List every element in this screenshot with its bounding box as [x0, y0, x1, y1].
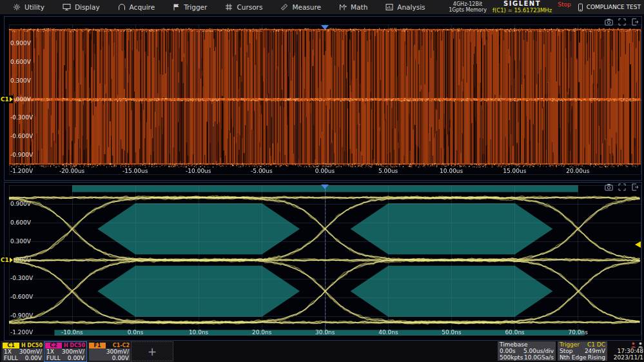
timebase-box[interactable]: Timebase 0.00s 5.00us/div 500kpts 10.0GS… [498, 341, 556, 361]
brand-block: SIGLENT f(C1) = 15.61723MHz [493, 1, 552, 14]
fullscreen-icon[interactable] [618, 18, 626, 26]
menu-item-label: Trigger [184, 3, 207, 11]
menu-bar: UtilityDisplayAcquireTriggerCursorsMeasu… [0, 0, 644, 14]
user-icon-gray [638, 342, 643, 348]
compliance-test-label: COMPLIANCE TEST [587, 4, 641, 10]
channel-box-f1[interactable]: F1 C1-C2 300mV/ 0.00V [88, 341, 132, 362]
menu-items: UtilityDisplayAcquireTriggerCursorsMeasu… [0, 0, 434, 14]
trigger-position-marker[interactable] [321, 25, 329, 30]
export-icon[interactable] [631, 18, 639, 26]
trigger-title: Trigger [560, 341, 580, 348]
coupling-label: H DC50 [64, 343, 85, 348]
eye-diagram-canvas[interactable] [0, 182, 644, 341]
menu-item-display[interactable]: Display [54, 0, 109, 14]
menu-item-math[interactable]: Math [330, 0, 376, 14]
menu-item-analysis[interactable]: Analysis [376, 0, 434, 14]
hardware-info: 4GHz-12Bit 1Gpts Memory [449, 1, 487, 13]
clock-box[interactable]: 17:30:48 2023/11/1 [609, 341, 643, 361]
offset-label: 0.00V [68, 355, 84, 361]
menu-item-measure[interactable]: Measure [271, 0, 330, 14]
memory-label: 1Gpts Memory [449, 7, 487, 13]
sample-rate: 10.0GSa/s [524, 354, 554, 361]
waveform-grid-panel[interactable]: 0.900V0.600V0.300V0.000V-0.300V-0.600V-0… [0, 15, 644, 181]
camera-icon[interactable] [605, 183, 613, 191]
menu-item-label: Math [351, 3, 367, 11]
cursors-icon [225, 3, 233, 11]
timebase-delay: 0.00s [500, 348, 516, 354]
flag-icon [173, 3, 180, 11]
trigger-position-marker[interactable] [321, 185, 329, 189]
export-icon[interactable] [631, 183, 639, 191]
menu-item-label: Acquire [130, 3, 155, 11]
ruler-icon [280, 3, 288, 11]
attenuation-label: 1X [4, 348, 12, 355]
channel-marker-label: C1 [1, 96, 9, 103]
math-source-label: C1-C2 [113, 343, 130, 348]
status-bar: C1 H DC50 1X 300mV/ FULL 0.00V C2 H DC50… [0, 341, 644, 362]
scale-label: 300mV/ [106, 348, 129, 355]
channel-badge: F1 [89, 343, 106, 348]
offset-label: 0.00V [112, 355, 129, 361]
acquire-wave-icon [118, 3, 126, 11]
scale-label: 300mV/ [62, 348, 84, 355]
analysis-chart-icon [385, 3, 393, 11]
trigger-level: 249mV [585, 348, 605, 354]
add-channel-button[interactable]: + [131, 341, 173, 361]
coupling-label: H DC50 [21, 343, 43, 348]
bandwidth-limit-label: FULL [46, 355, 61, 361]
scale-label: 300mV/ [19, 348, 42, 355]
clipboard-icon [577, 3, 584, 12]
acquisition-status: Stop [558, 1, 571, 8]
waveform-canvas[interactable] [0, 15, 644, 181]
monitor-icon [63, 3, 71, 11]
menu-item-utility[interactable]: Utility [4, 0, 54, 14]
gear-icon [13, 3, 21, 11]
trigger-type: Nth Edge [560, 354, 586, 361]
oscilloscope-screen: UtilityDisplayAcquireTriggerCursorsMeasu… [0, 0, 644, 362]
menu-item-label: Utility [24, 3, 44, 11]
offset-label: 0.00V [25, 355, 42, 361]
trigger-source: C1 DC [587, 341, 605, 348]
plus-icon: + [148, 345, 157, 358]
math-icon [339, 3, 347, 11]
fullscreen-icon[interactable] [618, 183, 626, 191]
channel-badge: C1 [3, 343, 19, 348]
menu-item-label: Analysis [397, 3, 425, 11]
grid-corner-toolbar [605, 18, 639, 26]
channel-marker-c1[interactable]: C1 [0, 256, 14, 264]
menu-item-acquire[interactable]: Acquire [109, 0, 164, 14]
menu-right-status: 4GHz-12Bit 1Gpts Memory SIGLENT f(C1) = … [449, 0, 643, 14]
grid-corner-toolbar [605, 183, 639, 191]
right-arrow-icon [10, 257, 13, 263]
channel-marker-label: C1 [1, 257, 9, 263]
brand-logo: SIGLENT [493, 1, 552, 7]
eye-diagram-panel[interactable]: 0.900V0.600V0.300V0.000V-0.300V-0.600V-0… [0, 182, 644, 341]
bandwidth-limit-label: FULL [4, 355, 18, 361]
menu-item-cursors[interactable]: Cursors [216, 0, 271, 14]
compliance-test-button[interactable]: COMPLIANCE TEST [577, 3, 643, 12]
camera-icon[interactable] [605, 18, 613, 26]
trigger-slope: Rising [588, 354, 605, 361]
timebase-points: 500kpts [500, 354, 523, 361]
menu-item-label: Cursors [237, 3, 262, 11]
timebase-scale: 5.00us/div [523, 348, 554, 354]
bandwidth-label: 4GHz-12Bit [449, 1, 487, 7]
channel-box-c1[interactable]: C1 H DC50 1X 300mV/ FULL 0.00V [1, 341, 44, 362]
date-label: 2023/11/1 [609, 354, 643, 361]
user-icon-red [630, 342, 636, 348]
menu-item-label: Display [75, 3, 100, 11]
timebase-title: Timebase [500, 341, 527, 348]
frequency-readout: f(C1) = 15.61723MHz [493, 7, 552, 14]
trigger-status: Stop [560, 348, 572, 354]
menu-item-label: Measure [292, 3, 321, 11]
channel-box-c2[interactable]: C2 H DC50 1X 300mV/ FULL 0.00V [44, 341, 87, 362]
attenuation-label: 1X [46, 348, 54, 355]
right-arrow-icon [10, 97, 13, 102]
channel-badge: C2 [45, 343, 62, 348]
trigger-box[interactable]: Trigger C1 DC Stop 249mV Nth Edge Rising [558, 341, 607, 361]
time-label: 17:30:48 [609, 348, 643, 354]
channel-marker-c1[interactable]: C1 [0, 96, 14, 103]
menu-item-trigger[interactable]: Trigger [164, 0, 216, 14]
